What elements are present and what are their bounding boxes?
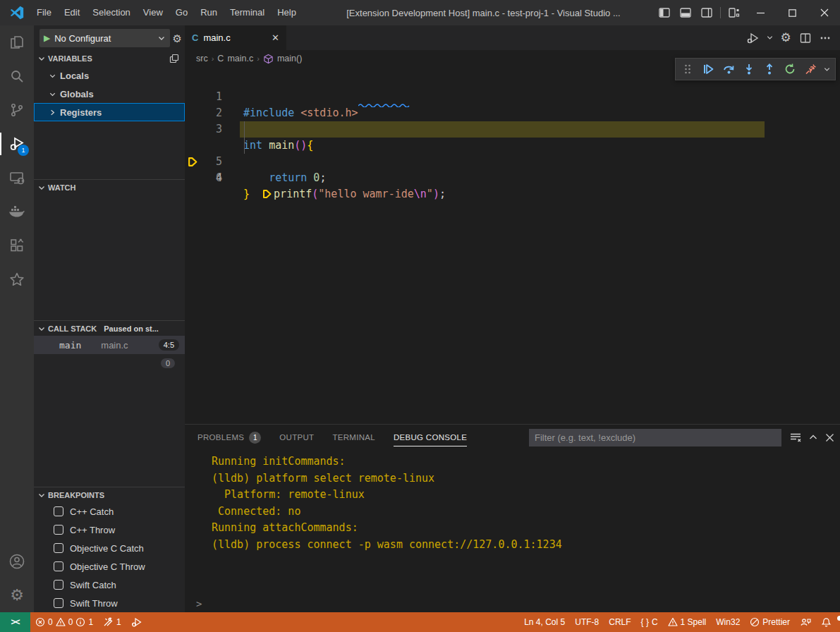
run-or-debug-button[interactable]	[745, 30, 761, 46]
menu-item[interactable]: Go	[169, 4, 194, 22]
code-editor[interactable]: 1 #include <stdio.h> 2 3 int main(){ 4	[185, 67, 840, 424]
step-into-button[interactable]	[740, 60, 759, 78]
frame-location-badge: 4:5	[159, 339, 179, 351]
spell-checker-status[interactable]: 1 Spell	[663, 617, 712, 627]
editor-tab-bar: C main.c ✕ ⚙	[185, 25, 840, 50]
debug-console-output[interactable]: Running initCommands:(lldb) platform sel…	[185, 450, 840, 595]
toolbar-drag-handle[interactable]	[678, 60, 698, 78]
close-panel-icon[interactable]	[825, 433, 834, 442]
search-icon[interactable]	[0, 59, 34, 93]
notifications-bell-icon[interactable]	[816, 617, 840, 628]
tab-output[interactable]: OUTPUT	[279, 425, 314, 450]
debug-configuration-dropdown[interactable]: ▶ No Configurat	[39, 29, 170, 47]
explorer-icon[interactable]	[0, 25, 34, 59]
toggle-panel-icon[interactable]	[675, 3, 696, 23]
breakpoint-checkbox[interactable]	[54, 561, 63, 571]
menu-item[interactable]: Terminal	[224, 4, 271, 22]
breakpoint-row[interactable]: C++ Throw	[34, 521, 185, 539]
breakpoint-checkbox[interactable]	[54, 506, 63, 516]
extensions-icon[interactable]	[0, 229, 34, 262]
step-over-button[interactable]	[719, 60, 738, 78]
console-line: (lldb) process connect -p wasm connect:/…	[212, 537, 840, 554]
stack-frame-row[interactable]: main main.c 4:5	[34, 336, 185, 354]
maximize-panel-chevron-icon[interactable]	[808, 433, 818, 442]
tab-debug-console[interactable]: DEBUG CONSOLE	[394, 425, 467, 450]
maximize-button[interactable]	[777, 0, 808, 25]
platform-status[interactable]: Win32	[711, 617, 745, 627]
accounts-icon[interactable]	[0, 545, 34, 578]
remote-indicator[interactable]: ><	[0, 612, 30, 632]
breakpoint-row[interactable]: Objective C Catch	[34, 539, 185, 557]
tab-problems[interactable]: PROBLEMS 1	[197, 425, 261, 450]
run-and-debug-icon[interactable]: 1	[0, 127, 34, 161]
debug-toolbar	[675, 58, 836, 80]
continue-button[interactable]	[699, 60, 718, 78]
language-mode-status[interactable]: { } C	[636, 617, 663, 627]
breakpoint-checkbox[interactable]	[54, 525, 63, 535]
toggle-sidebar-icon[interactable]	[654, 3, 675, 23]
breakpoint-row[interactable]: Swift Catch	[34, 576, 185, 594]
editor-settings-gear-icon[interactable]: ⚙	[778, 30, 793, 46]
debug-session-chevron-icon[interactable]	[822, 60, 832, 78]
debug-status[interactable]	[126, 612, 147, 632]
customize-layout-icon[interactable]	[724, 3, 745, 23]
menu-item[interactable]: File	[30, 4, 58, 22]
problems-status[interactable]: 0 0 1	[30, 612, 98, 632]
menu-item[interactable]: Run	[194, 4, 224, 22]
launch-config-gear-icon[interactable]: ⚙	[173, 33, 182, 44]
tab-terminal[interactable]: TERMINAL	[332, 425, 375, 450]
breakpoint-row[interactable]: C++ Catch	[34, 502, 185, 521]
console-filter-input[interactable]	[529, 429, 781, 446]
docker-icon[interactable]	[0, 195, 34, 229]
menu-item[interactable]: View	[137, 4, 169, 22]
variables-scope-globals[interactable]: Globals	[34, 85, 185, 103]
menu-item[interactable]: Selection	[86, 4, 136, 22]
tools-status[interactable]: 1	[98, 612, 126, 632]
menu-item[interactable]: Edit	[58, 4, 86, 22]
variables-section-header[interactable]: VARIABLES	[34, 51, 185, 66]
breakpoints-section-header[interactable]: BREAKPOINTS	[34, 487, 185, 502]
close-window-button[interactable]	[808, 0, 840, 25]
breakpoint-checkbox[interactable]	[54, 598, 63, 608]
breadcrumb-folder[interactable]: src	[196, 54, 208, 63]
eol-status[interactable]: CRLF	[604, 617, 635, 627]
notification-dot	[837, 616, 840, 621]
disconnect-button[interactable]	[801, 60, 820, 78]
watch-section-header[interactable]: WATCH	[34, 179, 185, 195]
debug-console-input[interactable]: >	[185, 595, 840, 612]
cursor-position-status[interactable]: Ln 4, Col 5	[519, 617, 570, 627]
close-tab-icon[interactable]: ✕	[272, 32, 279, 43]
settings-gear-icon[interactable]: ⚙	[0, 578, 34, 612]
menu-item[interactable]: Help	[271, 4, 303, 22]
restart-button[interactable]	[781, 60, 800, 78]
call-stack-section-header[interactable]: CALL STACK Paused on st...	[34, 320, 185, 336]
breakpoint-checkbox[interactable]	[54, 580, 63, 590]
code-token: }	[243, 188, 250, 200]
formatter-status[interactable]: Prettier	[745, 617, 795, 627]
source-control-icon[interactable]	[0, 93, 34, 127]
breakpoint-checkbox[interactable]	[54, 543, 63, 553]
split-editor-icon[interactable]	[798, 30, 813, 46]
toggle-secondary-sidebar-icon[interactable]	[696, 3, 717, 23]
breakpoint-row[interactable]: Objective C Throw	[34, 557, 185, 576]
run-dropdown-chevron-icon[interactable]	[765, 30, 774, 46]
copy-value-icon[interactable]	[169, 54, 179, 63]
start-debug-icon[interactable]: ▶	[44, 33, 50, 43]
variables-tree: Locals Globals Registers	[34, 66, 185, 179]
star-extension-icon[interactable]	[0, 262, 34, 296]
minimize-button[interactable]	[745, 0, 777, 25]
remote-explorer-icon[interactable]	[0, 161, 34, 195]
variables-scope-locals[interactable]: Locals	[34, 66, 185, 85]
clear-console-icon[interactable]	[790, 432, 801, 442]
breakpoint-row[interactable]: Swift Throw	[34, 594, 185, 612]
window-controls	[654, 0, 840, 25]
code-line-5: 5 return 0;	[185, 138, 840, 154]
step-out-button[interactable]	[760, 60, 779, 78]
variables-scope-registers[interactable]: Registers	[34, 103, 185, 121]
encoding-status[interactable]: UTF-8	[570, 617, 604, 627]
breadcrumb-file[interactable]: main.c	[227, 54, 253, 63]
tab-main-c[interactable]: C main.c ✕	[185, 25, 286, 50]
more-actions-icon[interactable]	[817, 30, 833, 46]
breadcrumb-symbol[interactable]: main()	[277, 54, 302, 63]
feedback-icon[interactable]	[795, 617, 816, 627]
